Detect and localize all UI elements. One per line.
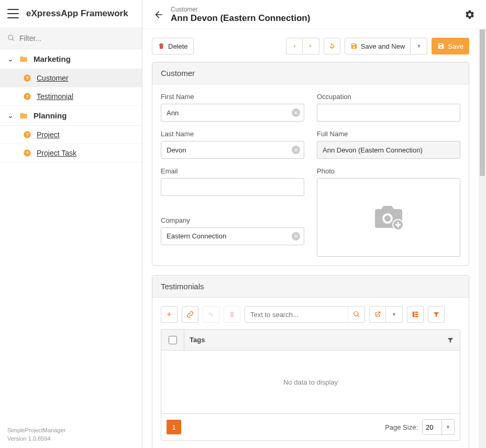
grid-search-input[interactable] (245, 307, 348, 322)
nav-group-label: Marketing (34, 54, 71, 63)
full-name-input (317, 141, 460, 159)
back-button[interactable] (152, 8, 165, 21)
delete-row-button[interactable] (224, 306, 240, 323)
unlink-button[interactable] (203, 306, 219, 323)
svg-point-9 (384, 215, 391, 222)
field-label: Company (161, 216, 304, 224)
export-dropdown[interactable]: ▼ (386, 306, 403, 323)
nav-item-customer[interactable]: ? Customer (0, 69, 142, 88)
full-name-field: Full Name (317, 130, 460, 159)
folder-icon (19, 55, 28, 63)
nav-group-header[interactable]: ⌄ Marketing (0, 49, 142, 69)
page-size-dropdown[interactable]: ▼ (441, 420, 454, 434)
nav-item-project[interactable]: ? Project (0, 126, 142, 144)
nav-item-project-task[interactable]: ? Project Task (0, 144, 142, 162)
column-filter-button[interactable] (441, 336, 460, 344)
brand-title: eXpressApp Framework (26, 8, 128, 19)
button-label: Delete (168, 42, 188, 50)
question-icon: ? (23, 130, 31, 139)
svg-text:?: ? (26, 94, 29, 99)
last-name-input[interactable] (161, 141, 304, 159)
search-icon (7, 34, 15, 42)
main-toolbar: Delete (152, 38, 469, 54)
page-size-value[interactable] (423, 420, 441, 434)
save-and-new-button[interactable]: Save and New (345, 38, 411, 54)
company-field: Company ✕ (161, 216, 304, 245)
sidebar-header: eXpressApp Framework (0, 0, 142, 27)
caret-down-icon: ▼ (416, 43, 421, 49)
page-size-control: Page Size: ▼ (385, 419, 455, 435)
sidebar: eXpressApp Framework ⌄ Marketing ? Custo… (0, 0, 142, 448)
email-input[interactable] (161, 178, 304, 196)
question-icon: ? (23, 74, 31, 82)
question-icon: ? (23, 92, 31, 101)
nav-item-label: Project Task (37, 149, 76, 157)
clear-icon[interactable]: ✕ (292, 232, 300, 241)
button-label: Save and New (361, 42, 405, 50)
nav-filter[interactable] (0, 27, 142, 49)
columns-icon (412, 311, 419, 318)
nav-item-label: Customer (37, 74, 69, 82)
grid-header: Tags (161, 330, 460, 351)
footer-version: Version 1.0.8594 (7, 435, 135, 443)
button-label: Save (448, 42, 463, 50)
settings-button[interactable] (463, 8, 477, 21)
column-chooser-button[interactable] (407, 306, 424, 323)
save-and-new-dropdown[interactable]: ▼ (411, 38, 427, 54)
unlink-icon (207, 311, 215, 318)
arrow-left-icon (153, 9, 164, 20)
caret-down-icon: ▼ (446, 424, 450, 430)
nav-group-planning: ⌄ Planning ? Project ? Project Task (0, 106, 142, 162)
camera-add-icon (372, 203, 405, 232)
card-title: Customer (152, 62, 469, 84)
page-size-label: Page Size: (385, 423, 418, 431)
field-label: Full Name (317, 130, 460, 138)
testimonials-card: Testimonials (152, 275, 469, 448)
field-label: Occupation (317, 93, 460, 101)
svg-text:?: ? (26, 132, 29, 137)
filter-builder-button[interactable] (428, 306, 445, 323)
filter-input[interactable] (19, 34, 135, 42)
export-icon (374, 311, 381, 318)
menu-toggle-icon[interactable] (7, 9, 19, 18)
caret-down-icon: ▼ (392, 312, 396, 317)
delete-button[interactable]: Delete (152, 38, 194, 54)
chevron-down-icon: ⌄ (7, 112, 14, 119)
photo-upload[interactable] (317, 178, 460, 257)
column-tags[interactable]: Tags (184, 336, 441, 344)
svg-text:?: ? (26, 150, 29, 156)
navigation: ⌄ Marketing ? Customer ? Testimonial ⌄ P (0, 49, 142, 421)
scrollbar-thumb[interactable] (480, 29, 485, 176)
first-name-input[interactable] (161, 104, 304, 122)
filter-icon (433, 311, 440, 318)
field-label: Photo (317, 167, 460, 175)
nav-group-header[interactable]: ⌄ Planning (0, 106, 142, 126)
select-all-cell[interactable] (161, 330, 184, 350)
chevron-down-icon: ⌄ (7, 56, 14, 63)
question-icon: ? (23, 149, 31, 157)
link-button[interactable] (182, 306, 198, 323)
add-button[interactable] (161, 306, 178, 323)
save-button[interactable]: Save (432, 38, 469, 54)
grid-search[interactable] (245, 306, 365, 323)
search-icon (353, 311, 360, 318)
occupation-input[interactable] (317, 104, 460, 122)
nav-item-testimonial[interactable]: ? Testimonial (0, 88, 142, 106)
page-size-select[interactable]: ▼ (422, 419, 455, 435)
clear-icon[interactable]: ✕ (292, 146, 300, 154)
refresh-button[interactable] (324, 38, 340, 54)
page-number[interactable]: 1 (167, 420, 181, 434)
select-all-checkbox[interactable] (169, 336, 177, 344)
trash-icon (158, 42, 165, 50)
customer-card: Customer First Name ✕ Occupa (152, 62, 469, 266)
field-label: Email (161, 167, 304, 175)
grid-search-button[interactable] (348, 307, 364, 322)
header-text: Customer Ann Devon (Eastern Connection) (171, 6, 310, 24)
scrollbar[interactable] (479, 29, 486, 448)
next-record-button[interactable] (303, 38, 319, 54)
clear-icon[interactable]: ✕ (292, 108, 300, 117)
prev-record-button[interactable] (286, 38, 303, 54)
company-input[interactable] (161, 227, 304, 245)
export-button[interactable] (369, 306, 386, 323)
field-label: First Name (161, 93, 304, 101)
